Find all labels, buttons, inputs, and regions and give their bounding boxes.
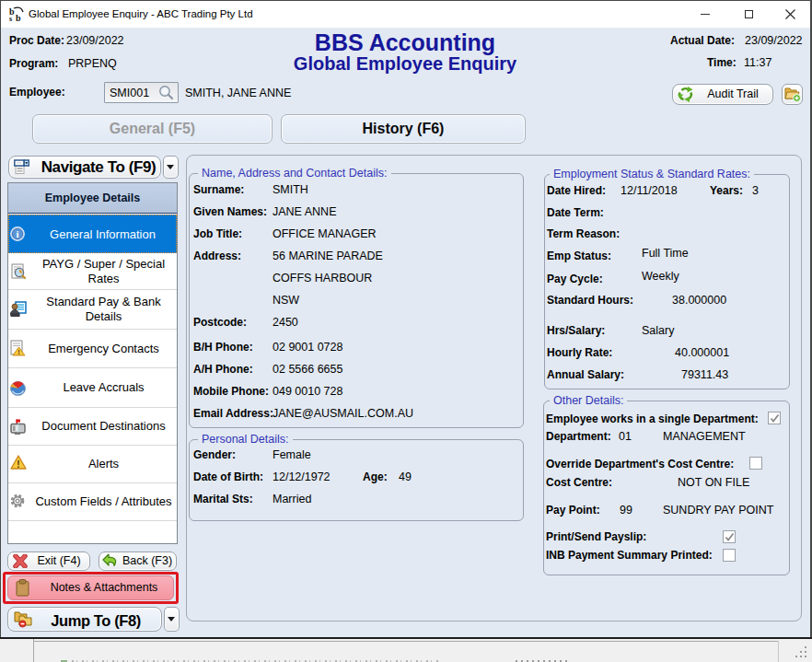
svg-text:s: s xyxy=(9,15,12,22)
svg-text:i: i xyxy=(16,228,18,239)
svg-text:!: ! xyxy=(17,348,20,356)
svg-text:b: b xyxy=(16,13,21,22)
svg-text:!: ! xyxy=(17,459,19,470)
